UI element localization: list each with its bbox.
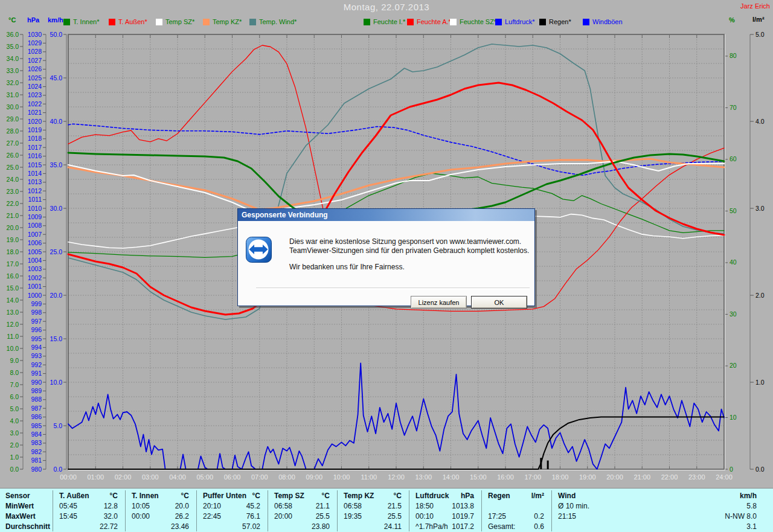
svg-text:985: 985 bbox=[31, 422, 42, 429]
svg-text:36.0: 36.0 bbox=[7, 31, 19, 38]
stat-cell-1: 15:4532.0 bbox=[53, 511, 125, 521]
stat-header-4: Temp SZ°C bbox=[268, 490, 337, 501]
teamviewer-icon bbox=[245, 236, 273, 264]
svg-text:1026: 1026 bbox=[28, 65, 42, 72]
svg-text:30.0: 30.0 bbox=[50, 205, 63, 212]
svg-text:03:00: 03:00 bbox=[142, 473, 159, 481]
svg-text:24:00: 24:00 bbox=[716, 473, 733, 481]
svg-text:9.0: 9.0 bbox=[10, 357, 19, 364]
svg-text:1013: 1013 bbox=[28, 178, 42, 185]
stat-row-label: Durchschnitt bbox=[0, 521, 53, 531]
svg-text:1016: 1016 bbox=[28, 152, 42, 159]
svg-text:10.0: 10.0 bbox=[50, 379, 63, 386]
svg-text:1005: 1005 bbox=[28, 248, 42, 255]
svg-text:07:00: 07:00 bbox=[251, 473, 268, 481]
svg-text:22.0: 22.0 bbox=[7, 200, 19, 207]
stat-cell-6: ^1.7hPa/h1017.2 bbox=[409, 521, 481, 531]
svg-text:60: 60 bbox=[730, 155, 737, 162]
svg-text:5.0: 5.0 bbox=[53, 422, 62, 429]
stat-header-2: T. Innen°C bbox=[125, 490, 196, 501]
dialog-title: Gesponserte Verbindung bbox=[242, 211, 328, 219]
stat-cell-8: Ø 10 min.5.8 bbox=[551, 501, 773, 511]
svg-text:12.0: 12.0 bbox=[7, 321, 19, 328]
svg-text:14.0: 14.0 bbox=[7, 296, 19, 304]
svg-text:1024: 1024 bbox=[28, 83, 42, 90]
svg-text:1004: 1004 bbox=[28, 257, 42, 264]
svg-text:1003: 1003 bbox=[28, 265, 42, 272]
svg-text:5.0: 5.0 bbox=[755, 31, 765, 38]
svg-text:1017: 1017 bbox=[28, 144, 42, 151]
svg-text:981: 981 bbox=[31, 457, 42, 464]
svg-text:20.0: 20.0 bbox=[50, 292, 63, 299]
svg-text:1020: 1020 bbox=[28, 118, 42, 125]
svg-text:999: 999 bbox=[31, 300, 42, 307]
svg-text:80: 80 bbox=[730, 52, 737, 59]
svg-text:13:00: 13:00 bbox=[415, 473, 432, 481]
svg-text:1029: 1029 bbox=[28, 39, 42, 46]
svg-text:40.0: 40.0 bbox=[50, 118, 63, 125]
dialog-body: Dies war eine kostenlose Sitzung gespons… bbox=[238, 221, 534, 305]
svg-text:1011: 1011 bbox=[28, 196, 42, 203]
svg-text:16.0: 16.0 bbox=[7, 272, 19, 280]
svg-text:1006: 1006 bbox=[28, 239, 42, 246]
svg-text:40: 40 bbox=[730, 258, 737, 266]
svg-text:1002: 1002 bbox=[28, 274, 42, 281]
stat-cell-5: 19:3525.5 bbox=[337, 511, 409, 521]
svg-text:25.0: 25.0 bbox=[7, 164, 19, 171]
stat-cell-2: 10:0520.0 bbox=[125, 501, 196, 511]
svg-text:1015: 1015 bbox=[28, 161, 42, 168]
stat-cell-3: 57.02 bbox=[196, 521, 268, 531]
dialog-text-line3: Wir bedanken uns für Ihre Fairness. bbox=[289, 263, 529, 272]
svg-text:22:00: 22:00 bbox=[661, 473, 678, 481]
svg-text:987: 987 bbox=[31, 405, 42, 412]
svg-text:4.0: 4.0 bbox=[10, 417, 19, 425]
svg-text:21:00: 21:00 bbox=[633, 473, 650, 481]
svg-text:16:00: 16:00 bbox=[497, 473, 514, 481]
svg-text:01:00: 01:00 bbox=[87, 473, 104, 481]
stat-header-6: LuftdruckhPa bbox=[409, 490, 481, 501]
svg-text:0: 0 bbox=[730, 466, 733, 473]
stat-cell-3: 22:4576.1 bbox=[196, 511, 268, 521]
svg-text:10.0: 10.0 bbox=[7, 345, 19, 352]
svg-text:1000: 1000 bbox=[28, 292, 42, 299]
svg-text:23:00: 23:00 bbox=[688, 473, 705, 481]
svg-text:990: 990 bbox=[31, 379, 42, 386]
svg-text:996: 996 bbox=[31, 326, 42, 333]
svg-text:984: 984 bbox=[31, 431, 42, 438]
svg-text:35.0: 35.0 bbox=[7, 43, 19, 50]
svg-text:3.0: 3.0 bbox=[10, 429, 19, 437]
svg-text:20: 20 bbox=[730, 362, 737, 369]
svg-text:70: 70 bbox=[730, 104, 737, 111]
stat-header-8: Windkm/h bbox=[551, 490, 773, 501]
svg-text:10: 10 bbox=[730, 414, 737, 421]
svg-text:8.0: 8.0 bbox=[10, 369, 19, 376]
svg-text:1018: 1018 bbox=[28, 135, 42, 142]
stat-cell-1: 22.72 bbox=[53, 521, 125, 531]
ok-button[interactable]: OK bbox=[471, 296, 527, 309]
buy-license-button[interactable]: Lizenz kaufen bbox=[411, 296, 467, 309]
stats-table: SensorT. Außen°CT. Innen°CPuffer Unten°C… bbox=[0, 488, 773, 532]
svg-text:991: 991 bbox=[31, 370, 42, 377]
svg-text:05:00: 05:00 bbox=[196, 473, 213, 481]
svg-text:15.0: 15.0 bbox=[7, 284, 19, 292]
stat-cell-6: 18:501013.8 bbox=[409, 501, 481, 511]
svg-text:7.0: 7.0 bbox=[10, 381, 19, 388]
stat-header-3: Puffer Unten°C bbox=[196, 490, 268, 501]
dialog-titlebar[interactable]: Gesponserte Verbindung bbox=[238, 209, 534, 221]
svg-text:997: 997 bbox=[31, 318, 42, 325]
svg-text:50.0: 50.0 bbox=[50, 31, 63, 38]
stat-cell-2: 23.46 bbox=[125, 521, 196, 531]
svg-text:50: 50 bbox=[730, 207, 737, 214]
svg-text:1014: 1014 bbox=[28, 170, 42, 177]
stat-cell-7: 17:250.2 bbox=[481, 511, 551, 521]
stat-cell-5: 24.11 bbox=[337, 521, 409, 531]
svg-text:15.0: 15.0 bbox=[50, 335, 63, 342]
svg-text:1023: 1023 bbox=[28, 91, 42, 98]
svg-text:994: 994 bbox=[31, 344, 42, 351]
svg-text:1027: 1027 bbox=[28, 57, 42, 64]
svg-text:1009: 1009 bbox=[28, 213, 42, 220]
stat-cell-6: 00:101019.7 bbox=[409, 511, 481, 521]
svg-text:19.0: 19.0 bbox=[7, 236, 19, 243]
svg-text:30.0: 30.0 bbox=[7, 103, 19, 111]
stat-header-5: Temp KZ°C bbox=[337, 490, 409, 501]
